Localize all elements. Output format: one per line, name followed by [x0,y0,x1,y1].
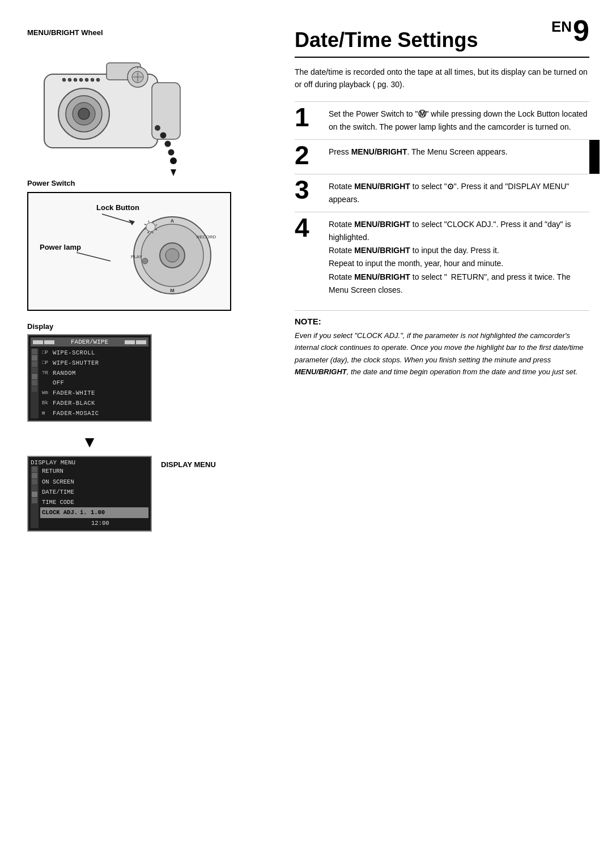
side-icon2 [32,467,37,472]
row-icon: Wm [42,390,51,397]
power-switch-box: Lock Button Power lamp A M PLAY RECORD [27,192,231,311]
row-text: WIPE-SHUTTER [53,359,99,368]
dial-svg: A M PLAY RECORD [128,204,216,298]
side-icon [32,380,37,386]
header-bar [44,340,54,344]
row-text: DATE/TIME [42,488,74,497]
step-3-number: 3 [295,177,324,203]
row-text: RETURN [42,467,63,476]
display-menu-row: RETURN [40,466,148,476]
note-section: NOTE: Even if you select "CLOCK ADJ.", i… [295,310,589,378]
row-icon: □P [42,349,51,357]
svg-point-45 [142,258,148,264]
row-text: CLOCK ADJ. [42,508,78,517]
step-4-number: 4 [295,215,324,241]
note-title: NOTE: [295,317,589,326]
svg-line-41 [148,221,150,223]
m-icon: Ⓜ [418,109,426,118]
clock-icon: ⊙ [447,182,454,191]
display-menu-row-highlighted: CLOCK ADJ. i. 1.00 [40,507,148,518]
svg-line-38 [148,232,148,233]
display-menu-side-label: DISPLAY MENU [161,460,216,469]
svg-point-23 [170,157,177,164]
row-text: FADER-MOSAIC [53,409,99,418]
svg-point-35 [165,249,179,262]
header-bars-left [33,340,54,344]
camera-diagram [27,40,220,185]
svg-point-21 [165,141,171,147]
row-text: TIME CODE [42,498,74,507]
display-menu-header: DISPLAY MENU [31,459,148,466]
display-menu-items: RETURN ON SCREEN DATE/TIME TIME CODE CLO… [40,466,148,528]
display-menu-title: DISPLAY MENU [31,459,75,466]
header-bar [136,340,146,344]
svg-line-40 [155,229,157,230]
page-title: Date/Time Settings [295,28,589,58]
row-icon: Bk [42,400,51,408]
side-icon2 [32,491,37,497]
fader-wipe-header: FADER/WIPE [31,337,148,347]
row-text: ON SCREEN [42,477,74,486]
clock-value: i. 1.00 [80,508,105,517]
display-menu-content: RETURN ON SCREEN DATE/TIME TIME CODE CLO… [31,466,148,528]
row-text: FADER-BLACK [53,399,95,408]
svg-point-19 [155,125,160,131]
fader-wipe-title: FADER/WIPE [71,339,108,345]
step-1-number: 1 [295,104,324,130]
note-bold: MENU/BRIGHT [295,367,347,376]
header-bar [33,340,43,344]
svg-point-10 [80,79,83,82]
step2-bold: MENU/BRIGHT [351,147,407,156]
down-arrow: ▼ [81,432,98,452]
note-text: Even if you select "CLOCK ADJ.", if the … [295,330,589,378]
intro-text: The date/time is recorded onto the tape … [295,66,589,91]
svg-point-13 [97,79,100,82]
side-icon [32,361,37,367]
svg-point-4 [78,108,90,119]
side-icon2 [32,485,37,491]
step4-bold2: MENU/BRIGHT [354,246,410,255]
display-menu-section: DISPLAY MENU RETURN [27,456,265,536]
row-text: WIPE-SCROLL [53,349,95,358]
right-column: Date/Time Settings The date/time is reco… [295,28,589,378]
side-icon2 [32,473,37,478]
header-bar [125,340,135,344]
step-1: 1 Set the Power Switch to "Ⓜ" while pres… [295,101,589,139]
step-2-text: Press MENU/BRIGHT. The Menu Screen appea… [329,146,589,159]
svg-marker-24 [171,169,176,176]
display-menu-row: DATE/TIME [40,487,148,497]
fader-wipe-row: □P WIPE-SHUTTER [40,358,148,369]
display-menu-row-time: 12:00 [40,518,148,528]
display-menu-row: ON SCREEN [40,477,148,487]
step-1-text: Set the Power Switch to "Ⓜ" while pressi… [329,108,589,134]
step3-bold1: MENU/BRIGHT [354,182,410,191]
svg-text:RECORD: RECORD [197,234,216,240]
display-menu-row: TIME CODE [40,497,148,507]
side-icons2 [31,466,39,528]
camera-svg [27,40,220,185]
svg-line-39 [144,224,146,225]
dial-area: A M PLAY RECORD [128,204,219,301]
row-text: RANDOM [53,369,76,378]
fader-wipe-row: ?R RANDOM [40,369,148,379]
row-icon: ⊠ [42,410,51,418]
fader-wipe-content: □P WIPE-SCROLL □P WIPE-SHUTTER ?R RANDOM… [31,348,148,418]
side-icons [31,348,39,418]
svg-text:PLAY: PLAY [131,254,143,259]
side-icon [32,374,37,379]
side-icon [32,355,37,361]
svg-point-9 [74,79,77,82]
svg-line-27 [76,253,110,261]
power-lamp-label: Power lamp [40,243,81,251]
row-text: FADER-WHITE [53,389,95,398]
svg-line-37 [153,221,154,223]
side-icon [32,367,37,373]
fader-wipe-items: □P WIPE-SCROLL □P WIPE-SHUTTER ?R RANDOM… [40,348,148,418]
fader-wipe-row: ⊠ FADER-MOSAIC [40,409,148,419]
menu-bright-wheel-label: MENU/BRIGHT Wheel [27,28,265,37]
header-bars-right [125,340,146,344]
svg-point-8 [69,79,71,82]
fader-wipe-row: Wm FADER-WHITE [40,388,148,399]
step-2: 2 Press MENU/BRIGHT. The Menu Screen app… [295,139,589,174]
svg-text:M: M [170,288,175,293]
